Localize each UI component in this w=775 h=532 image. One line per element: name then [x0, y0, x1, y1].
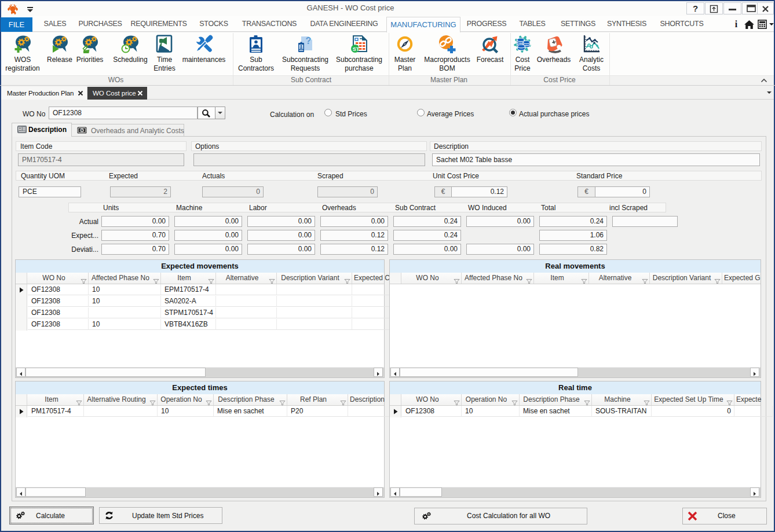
svg-text:0: 0 — [81, 129, 83, 133]
svg-text:ST: ST — [353, 46, 360, 52]
svg-text:?: ? — [306, 36, 312, 46]
